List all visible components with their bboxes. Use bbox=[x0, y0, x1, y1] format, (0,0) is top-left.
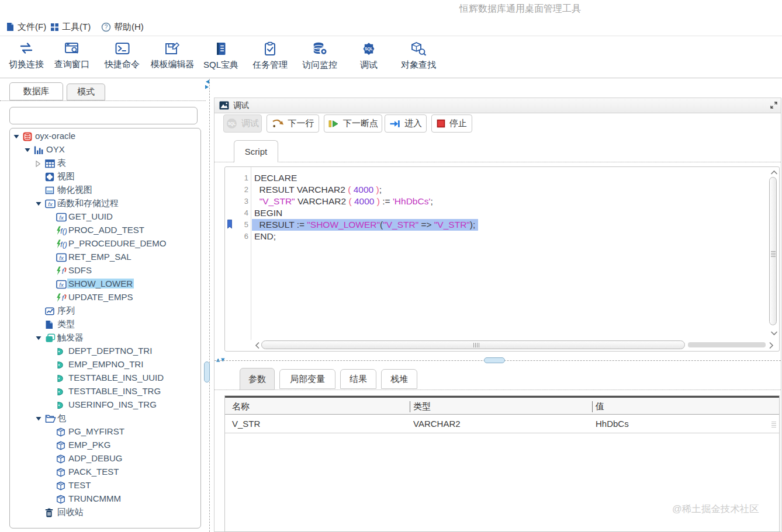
menu-help[interactable]: ?帮助(H) bbox=[101, 20, 144, 33]
tree-expanded-icon[interactable] bbox=[36, 201, 41, 206]
tree-expanded-icon[interactable] bbox=[13, 134, 19, 139]
fx-box-icon: fx bbox=[56, 213, 67, 222]
debug-button-label: 停止 bbox=[449, 118, 467, 129]
tree-item-testtable-ins-trg[interactable]: TESTTABLE_INS_TRG bbox=[10, 385, 200, 399]
tree-collapsed-icon[interactable] bbox=[36, 161, 40, 167]
bottom-tab-3[interactable]: 栈堆 bbox=[381, 369, 417, 389]
tree-item-类型[interactable]: 类型 bbox=[10, 318, 200, 332]
tree-item-触发器[interactable]: 触发器 bbox=[10, 332, 200, 345]
tree-item-p-procedure-demo[interactable]: f()P_PROCEDURE_DEMO bbox=[10, 238, 200, 251]
tree-expanded-icon[interactable] bbox=[36, 416, 41, 421]
tree-item-testtable-ins-uuid[interactable]: TESTTABLE_INS_UUID bbox=[10, 372, 200, 385]
code-editor[interactable]: 1DECLARE2 RESULT VARCHAR2 ( 4000 );3 "V_… bbox=[224, 166, 780, 352]
toolbar-item-query-window[interactable]: 查询窗口 bbox=[51, 41, 92, 70]
tree-item-dept-deptno-tri[interactable]: DEPT_DEPTNO_TRI bbox=[10, 345, 200, 359]
tree-item-update-emps[interactable]: fUPDATE_EMPS bbox=[10, 291, 200, 305]
bottom-splitter-handle[interactable] bbox=[484, 357, 505, 363]
tree-item-包[interactable]: 包 bbox=[10, 412, 200, 426]
bottom-tab-0[interactable]: 参数 bbox=[240, 368, 275, 390]
sidebar-tab-database[interactable]: 数据库 bbox=[9, 82, 63, 100]
tree-item-label: USERINFO_INS_TRG bbox=[68, 399, 157, 409]
vscroll-thumb[interactable] bbox=[769, 177, 777, 325]
toolbar-item-sql-book[interactable]: SQL宝典 bbox=[199, 41, 243, 71]
splitter-collapse-arrows-icon[interactable] bbox=[205, 79, 210, 89]
tree-item-label: GET_UUID bbox=[68, 211, 113, 221]
tree-item-adp-debug[interactable]: ADP_DEBUG bbox=[10, 453, 200, 466]
tree-item-get-uuid[interactable]: fxGET_UUID bbox=[10, 211, 200, 224]
vscroll-down-icon[interactable] bbox=[770, 331, 778, 336]
debug-button-stop[interactable]: 停止 bbox=[431, 114, 472, 133]
tree-item-userinfo-ins-trg[interactable]: USERINFO_INS_TRG bbox=[10, 399, 200, 412]
svg-text:SQL: SQL bbox=[228, 121, 236, 126]
tree-item-回收站[interactable]: 回收站 bbox=[10, 506, 200, 520]
toolbar-item-access-monitor[interactable]: 访问监控 bbox=[299, 41, 341, 71]
vertical-splitter-handle[interactable] bbox=[204, 361, 210, 383]
debug-button-next-breakpoint[interactable]: 下一断点 bbox=[324, 114, 382, 133]
tree-item-表[interactable]: 表 bbox=[10, 157, 200, 171]
package-icon bbox=[56, 427, 65, 437]
tree-item-ret-emp-sal[interactable]: fxRET_EMP_SAL bbox=[10, 251, 200, 265]
hscroll-thumb[interactable] bbox=[261, 340, 685, 349]
database-red-icon bbox=[23, 132, 32, 141]
toolbar-item-switch-connection[interactable]: 切换连接 bbox=[8, 41, 44, 70]
tree-item-emp-empno-tri[interactable]: EMP_EMPNO_TRI bbox=[10, 359, 200, 372]
sidebar-tab-schema[interactable]: 模式 bbox=[67, 84, 105, 100]
menu-tools[interactable]: 工具(T) bbox=[50, 20, 91, 33]
tree-item-sdfs[interactable]: fSDFS bbox=[10, 265, 200, 278]
toolbar-item-object-search[interactable]: 对象查找 bbox=[397, 41, 440, 71]
toolbar-item-template-editor[interactable]: 模板编辑器 bbox=[147, 41, 198, 70]
toolbar-item-task-manager[interactable]: 任务管理 bbox=[249, 41, 291, 71]
toolbar-item-debug-db[interactable]: SQL调试 bbox=[350, 41, 387, 71]
database-object-tree[interactable]: oyx-oracleOYX表视图物化视图fx函数和存储过程fxGET_UUIDf… bbox=[9, 128, 201, 528]
hscroll-right-icon[interactable] bbox=[769, 342, 774, 349]
tree-item-proc-add-test[interactable]: f()PROC_ADD_TEST bbox=[10, 224, 200, 238]
debug-button-step-line[interactable]: 下一行 bbox=[267, 114, 319, 133]
tree-item-序列[interactable]: 序列 bbox=[10, 305, 200, 318]
tree-item-label: PROC_ADD_TEST bbox=[68, 225, 144, 235]
vertical-splitter[interactable] bbox=[209, 79, 210, 532]
restore-panel-icon[interactable] bbox=[770, 102, 777, 109]
tree-item-函数和存储过程[interactable]: fx函数和存储过程 bbox=[10, 197, 200, 211]
table-cell: V_STR bbox=[232, 419, 260, 429]
tab-script[interactable]: Script bbox=[234, 140, 278, 162]
tree-item-truncmmm[interactable]: TRUNCMMM bbox=[10, 493, 200, 506]
hscroll-track[interactable] bbox=[688, 342, 766, 347]
column-divider[interactable] bbox=[592, 401, 593, 412]
function-green-red-icon: f bbox=[56, 266, 67, 276]
hscroll-left-icon[interactable] bbox=[254, 342, 260, 349]
tree-search-input[interactable] bbox=[9, 107, 198, 124]
tree-item-oyx-oracle[interactable]: oyx-oracle bbox=[10, 130, 200, 144]
template-editor-icon bbox=[164, 41, 181, 55]
query-window-icon bbox=[64, 41, 80, 55]
tree-item-test[interactable]: TEST bbox=[10, 479, 200, 493]
toolbar-item-quick-command[interactable]: 快捷命令 bbox=[101, 41, 143, 70]
code-line-2: RESULT VARCHAR2 ( 4000 ); bbox=[252, 184, 385, 196]
tree-item-label: TESTTABLE_INS_UUID bbox=[68, 373, 164, 383]
table-header-1: 类型 bbox=[413, 401, 431, 412]
tree-item-物化视图[interactable]: 物化视图 bbox=[10, 184, 200, 197]
tree-expanded-icon[interactable] bbox=[36, 336, 41, 340]
tree-item-pack-test[interactable]: PACK_TEST bbox=[10, 466, 200, 479]
toolbar-item-label: 快捷命令 bbox=[105, 59, 140, 70]
svg-text:f: f bbox=[62, 294, 65, 302]
tree-item-pg-myfirst[interactable]: PG_MYFIRST bbox=[10, 426, 200, 439]
bottom-tab-2[interactable]: 结果 bbox=[340, 369, 376, 389]
vscroll-up-icon[interactable] bbox=[770, 169, 778, 175]
function-green-icon: f() bbox=[56, 239, 67, 249]
tree-item-emp-pkg[interactable]: EMP_PKG bbox=[10, 439, 200, 453]
tree-item-label: DEPT_DEPTNO_TRI bbox=[68, 346, 152, 356]
column-divider[interactable] bbox=[410, 401, 410, 412]
sql-circle-icon: SQL bbox=[226, 118, 237, 129]
debug-button-sql-circle[interactable]: SQL调试 bbox=[223, 114, 262, 133]
debug-panel: 调试 SQL调试下一行下一断点进入停止 Script 1DECLARE2 RES… bbox=[214, 98, 781, 532]
menu-file[interactable]: 文件(F) bbox=[6, 20, 46, 33]
debug-button-step-into[interactable]: 进入 bbox=[385, 114, 427, 133]
tree-item-oyx[interactable]: OYX bbox=[10, 144, 200, 157]
tree-item-show-lower[interactable]: fxSHOW_LOWER bbox=[10, 278, 200, 291]
tree-expanded-icon[interactable] bbox=[25, 148, 30, 152]
table-row[interactable]: V_STRVARCHAR2HhDbCs bbox=[225, 415, 779, 433]
tree-item-视图[interactable]: 视图 bbox=[10, 171, 200, 184]
function-green-icon: f() bbox=[56, 226, 67, 235]
bottom-tab-1[interactable]: 局部变量 bbox=[279, 369, 335, 389]
current-line-marker-icon bbox=[227, 220, 233, 229]
